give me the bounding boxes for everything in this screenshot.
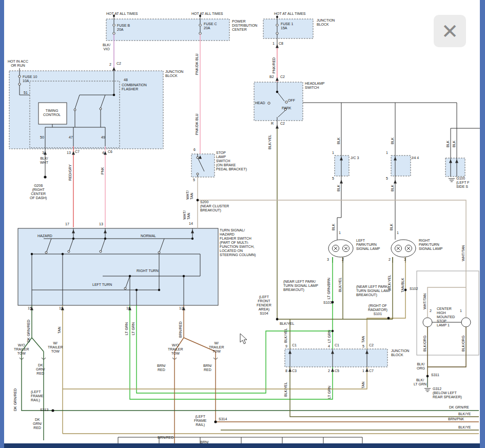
- wiring-diagram-canvas: [0, 0, 485, 448]
- close-icon: ✕: [441, 21, 459, 42]
- vertical-scrollbar[interactable]: [480, 0, 485, 448]
- close-button[interactable]: ✕: [434, 15, 466, 47]
- wiring-diagram-viewer: HOT AT ALL TIMESHOT AT ALL TIMESHOT AT A…: [0, 0, 485, 448]
- wire-dk-grn-red: [22, 305, 479, 440]
- component-boxes: [9, 19, 479, 367]
- mouse-cursor: [240, 334, 247, 344]
- horizontal-scrollbar[interactable]: [4, 443, 480, 448]
- left-edge-strip: [0, 0, 4, 448]
